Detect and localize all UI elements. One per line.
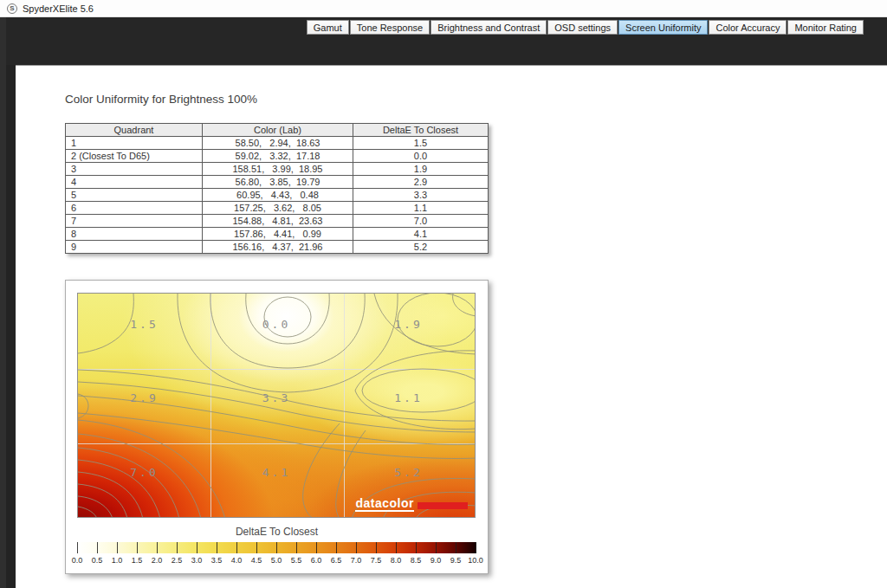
colorbar-tick: 0.5 (92, 556, 103, 565)
colorbar-tick: 6.5 (331, 556, 342, 565)
heatmap-value-q1: 1.5 (130, 317, 158, 330)
colorbar-tick: 1.0 (112, 556, 123, 565)
colorbar-tick: 4.5 (251, 556, 262, 565)
tab-tone-response[interactable]: Tone Response (350, 20, 430, 35)
colorbar-tick: 5.5 (291, 556, 302, 565)
quadrant-cell: 6 (66, 202, 203, 215)
colorbar-tick: 2.5 (172, 556, 183, 565)
quadrant-cell: 9 (66, 241, 203, 254)
lab-cell: 60.95, 4.43, 0.48 (203, 189, 353, 202)
colorbar-tick: 7.5 (371, 556, 382, 565)
col-header-deltae: DeltaE To Closest (353, 124, 489, 137)
tab-brightness-contrast[interactable]: Brightness and Contrast (431, 20, 547, 35)
colorbar-tick: 6.0 (311, 556, 322, 565)
heatmap-value-q7: 7.0 (130, 466, 158, 479)
quadrant-cell: 5 (66, 189, 203, 202)
deltae-cell: 1.5 (353, 137, 489, 150)
table-row: 3 158.51, 3.99, 18.95 1.9 (66, 163, 489, 176)
quadrant-cell: 8 (66, 228, 203, 241)
lab-cell: 157.86, 4.41, 0.99 (203, 228, 353, 241)
tab-color-accuracy[interactable]: Color Accuracy (709, 20, 787, 35)
colorbar-gradient (77, 542, 476, 553)
table-row: 7 154.88, 4.81, 23.63 7.0 (66, 215, 489, 228)
heatmap-value-q9: 5.2 (394, 466, 422, 479)
uniformity-heatmap: 1.5 0.0 1.9 2.9 3.3 1.1 7.0 4.1 5.2 data… (77, 293, 476, 518)
col-header-color-lab: Color (Lab) (203, 124, 353, 137)
heatmap-value-q6: 1.1 (394, 391, 422, 404)
datacolor-logo: datacolor (355, 498, 468, 512)
uniformity-table: Quadrant Color (Lab) DeltaE To Closest 1… (65, 123, 489, 254)
quadrant-cell: 1 (66, 137, 203, 150)
colorbar-tick: 1.5 (132, 556, 143, 565)
lab-cell: 157.25, 3.62, 8.05 (203, 202, 353, 215)
colorbar-tick: 2.0 (152, 556, 163, 565)
content-panel: Color Uniformity for Brightness 100% Qua… (16, 65, 887, 588)
quadrant-cell: 4 (66, 176, 203, 189)
deltae-cell: 4.1 (353, 228, 489, 241)
colorbar-tick: 5.0 (271, 556, 282, 565)
lab-cell: 56.80, 3.85, 19.79 (203, 176, 353, 189)
deltae-cell: 2.9 (353, 176, 489, 189)
table-row: 2 (Closest To D65) 59.02, 3.32, 17.18 0.… (66, 150, 489, 163)
app-icon: S (7, 3, 17, 14)
table-header-row: Quadrant Color (Lab) DeltaE To Closest (66, 124, 489, 137)
heatmap-value-q8: 4.1 (262, 466, 290, 479)
colorbar-tick: 9.5 (450, 556, 462, 565)
lab-cell: 154.88, 4.81, 23.63 (203, 215, 353, 228)
titlebar: S SpyderXElite 5.6 (0, 0, 887, 17)
colorbar-tick: 0.0 (72, 556, 83, 565)
deltae-cell: 5.2 (353, 241, 489, 254)
colorbar-tick: 4.0 (231, 556, 243, 565)
deltae-cell: 1.1 (353, 202, 489, 215)
table-row: 9 156.16, 4.37, 21.96 5.2 (66, 241, 489, 254)
heatmap-value-q4: 2.9 (130, 391, 158, 404)
colorbar-title: DeltaE To Closest (66, 526, 488, 538)
colorbar-tick: 9.0 (431, 556, 442, 565)
toolbar-background: Gamut Tone Response Brightness and Contr… (0, 17, 887, 65)
datacolor-red-bar (418, 502, 468, 509)
window-left-edge (0, 17, 6, 588)
table-row: 4 56.80, 3.85, 19.79 2.9 (66, 176, 489, 189)
heatmap-value-q5: 3.3 (262, 391, 290, 404)
quadrant-cell: 3 (66, 163, 203, 176)
app-window: S SpyderXElite 5.6 Gamut Tone Response B… (0, 0, 887, 588)
deltae-cell: 1.9 (353, 163, 489, 176)
table-row: 5 60.95, 4.43, 0.48 3.3 (66, 189, 489, 202)
deltae-cell: 7.0 (353, 215, 489, 228)
datacolor-wordmark: datacolor (355, 498, 414, 512)
heatmap-value-q2: 0.0 (262, 317, 290, 330)
table-row: 8 157.86, 4.41, 0.99 4.1 (66, 228, 489, 241)
tab-bar: Gamut Tone Response Brightness and Contr… (306, 20, 864, 35)
colorbar-tick: 3.0 (191, 556, 203, 565)
tab-osd-settings[interactable]: OSD settings (547, 20, 618, 35)
colorbar-tick: 8.0 (391, 556, 402, 565)
colorbar-tick: 8.5 (411, 556, 422, 565)
quadrant-cell: 2 (Closest To D65) (66, 150, 203, 163)
lab-cell: 58.50, 2.94, 18.63 (203, 137, 353, 150)
deltae-cell: 3.3 (353, 189, 489, 202)
page-title: Color Uniformity for Brightness 100% (65, 93, 257, 106)
colorbar-tick: 10.0 (468, 556, 483, 565)
colorbar-tick: 3.5 (211, 556, 223, 565)
uniformity-figure: 1.5 0.0 1.9 2.9 3.3 1.1 7.0 4.1 5.2 data… (65, 280, 489, 574)
colorbar-tick: 7.0 (351, 556, 362, 565)
table-row: 1 58.50, 2.94, 18.63 1.5 (66, 137, 489, 150)
quadrant-cell: 7 (66, 215, 203, 228)
tab-monitor-rating[interactable]: Monitor Rating (787, 20, 864, 35)
window-title: SpyderXElite 5.6 (23, 3, 94, 14)
tab-screen-uniformity[interactable]: Screen Uniformity (618, 20, 708, 35)
colorbar-tick-labels: 0.0 0.5 1.0 1.5 2.0 2.5 3.0 3.5 4.0 4.5 … (77, 556, 476, 565)
lab-cell: 158.51, 3.99, 18.95 (203, 163, 353, 176)
lab-cell: 59.02, 3.32, 17.18 (203, 150, 353, 163)
col-header-quadrant: Quadrant (66, 124, 203, 137)
deltae-cell: 0.0 (353, 150, 489, 163)
tab-gamut[interactable]: Gamut (307, 20, 349, 35)
table-row: 6 157.25, 3.62, 8.05 1.1 (66, 202, 489, 215)
lab-cell: 156.16, 4.37, 21.96 (203, 241, 353, 254)
heatmap-value-q3: 1.9 (394, 317, 422, 330)
